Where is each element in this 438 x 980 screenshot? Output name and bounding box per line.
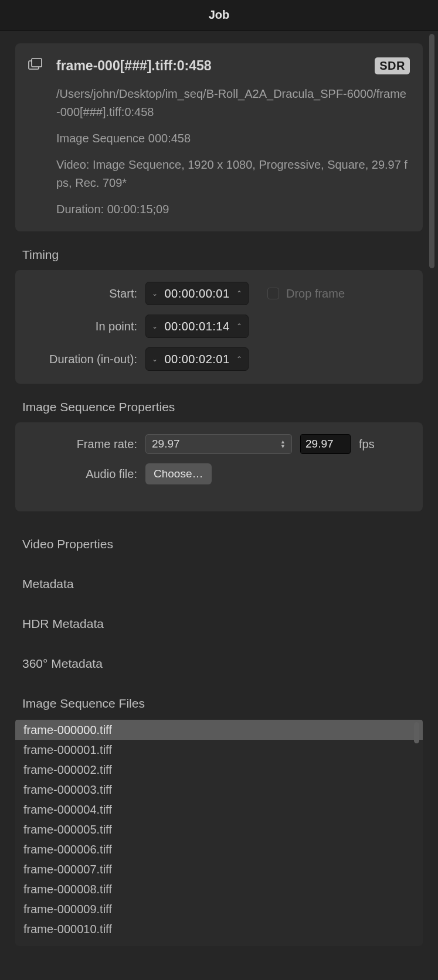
- chevron-up-icon[interactable]: ⌃: [234, 355, 245, 363]
- svg-rect-1: [32, 59, 42, 67]
- start-label: Start:: [26, 287, 137, 301]
- in-point-value[interactable]: 00:00:01:14: [162, 320, 232, 333]
- img-seq-props-panel: Frame rate: 29.97 ▲▼ 29.97 fps Audio fil…: [15, 422, 423, 511]
- list-item[interactable]: frame-000002.tiff: [15, 760, 423, 780]
- inspector-body: frame-000[###].tiff:0:458 SDR /Users/joh…: [0, 30, 438, 980]
- frame-rate-select[interactable]: 29.97 ▲▼: [145, 434, 292, 454]
- choose-audio-button[interactable]: Choose…: [145, 463, 212, 484]
- window-title: Job: [209, 8, 230, 22]
- file-listbox[interactable]: frame-000000.tiff frame-000001.tiff fram…: [15, 719, 423, 946]
- sdr-badge: SDR: [375, 57, 410, 74]
- video-props-heading[interactable]: Video Properties: [22, 537, 423, 551]
- frame-rate-select-value: 29.97: [152, 438, 180, 450]
- hdr-metadata-heading[interactable]: HDR Metadata: [22, 617, 423, 631]
- frame-rate-input[interactable]: 29.97: [300, 434, 351, 454]
- chevron-up-icon[interactable]: ⌃: [234, 289, 245, 298]
- drop-frame-checkbox[interactable]: [267, 288, 279, 299]
- select-arrows-icon: ▲▼: [280, 439, 286, 449]
- frame-rate-label: Frame rate:: [26, 438, 137, 451]
- chevron-down-icon[interactable]: ⌄: [150, 322, 160, 330]
- frame-rate-input-value: 29.97: [305, 438, 334, 450]
- duration-text: Duration: 00:00:15;09: [56, 200, 410, 218]
- list-item[interactable]: frame-000000.tiff: [15, 720, 423, 740]
- duration-label: Duration (in-out):: [26, 353, 137, 366]
- window-titlebar: Job: [0, 0, 438, 30]
- start-value[interactable]: 00:00:00:01: [162, 287, 232, 301]
- duration-value[interactable]: 00:00:02:01: [162, 353, 232, 366]
- scrollbar-thumb[interactable]: [429, 34, 434, 268]
- listbox-scrollbar-thumb[interactable]: [414, 722, 419, 743]
- source-info-body: frame-000[###].tiff:0:458 SDR /Users/joh…: [56, 57, 410, 218]
- drop-frame-label: Drop frame: [286, 287, 345, 301]
- source-info-card: frame-000[###].tiff:0:458 SDR /Users/joh…: [15, 43, 423, 231]
- start-stepper[interactable]: ⌄ 00:00:00:01 ⌃: [145, 282, 249, 305]
- fps-unit-label: fps: [359, 438, 375, 451]
- list-item[interactable]: frame-000001.tiff: [15, 740, 423, 760]
- video-spec-text: Video: Image Sequence, 1920 x 1080, Prog…: [56, 156, 410, 192]
- img-seq-props-heading: Image Sequence Properties: [22, 400, 423, 414]
- img-seq-files-heading: Image Sequence Files: [22, 696, 423, 711]
- image-sequence-icon: [28, 57, 43, 218]
- in-point-label: In point:: [26, 320, 137, 333]
- chevron-down-icon[interactable]: ⌄: [150, 355, 160, 363]
- list-item[interactable]: frame-000008.tiff: [15, 879, 423, 899]
- timing-panel: Start: ⌄ 00:00:00:01 ⌃ Drop frame In poi…: [15, 270, 423, 384]
- metadata-heading[interactable]: Metadata: [22, 577, 423, 591]
- chevron-up-icon[interactable]: ⌃: [234, 322, 245, 330]
- drop-frame-control: Drop frame: [267, 287, 345, 301]
- list-item[interactable]: frame-000003.tiff: [15, 780, 423, 800]
- source-path: /Users/john/Desktop/im_seq/B-Roll_A2A_Dr…: [56, 85, 410, 121]
- list-item[interactable]: frame-000010.tiff: [15, 919, 423, 939]
- audio-file-label: Audio file:: [26, 467, 137, 481]
- list-item[interactable]: frame-000005.tiff: [15, 819, 423, 839]
- in-point-stepper[interactable]: ⌄ 00:00:01:14 ⌃: [145, 315, 249, 338]
- choose-button-label: Choose…: [154, 467, 203, 480]
- list-item[interactable]: frame-000004.tiff: [15, 800, 423, 819]
- list-item[interactable]: frame-000006.tiff: [15, 839, 423, 859]
- duration-stepper[interactable]: ⌄ 00:00:02:01 ⌃: [145, 347, 249, 371]
- scroll-area[interactable]: frame-000[###].tiff:0:458 SDR /Users/joh…: [6, 30, 432, 980]
- chevron-down-icon[interactable]: ⌄: [150, 289, 160, 298]
- job-inspector-window: Job frame-000[###].tiff:0:458 SDR /Us: [0, 0, 438, 980]
- list-item[interactable]: frame-000009.tiff: [15, 899, 423, 919]
- list-item[interactable]: frame-000007.tiff: [15, 859, 423, 879]
- sequence-range-text: Image Sequence 000:458: [56, 129, 410, 148]
- source-title: frame-000[###].tiff:0:458: [56, 58, 212, 74]
- timing-heading: Timing: [22, 248, 423, 262]
- meta360-heading[interactable]: 360° Metadata: [22, 657, 423, 671]
